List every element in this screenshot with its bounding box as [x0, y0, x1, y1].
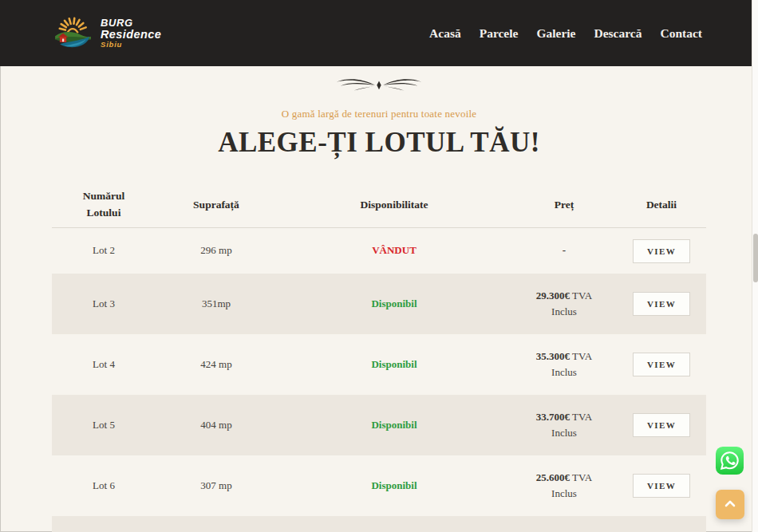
lot-cell: Lot 5 — [52, 417, 156, 433]
nav-item-acasa[interactable]: Acasă — [429, 26, 461, 41]
view-button[interactable]: VIEW — [633, 353, 690, 376]
area-cell: 296 mp — [156, 242, 277, 258]
brand-name-top: BURG — [101, 18, 161, 29]
chevron-up-icon — [723, 499, 737, 510]
price-cell: 29.300€ TVA Inclus — [511, 288, 617, 320]
status-cell: Disponibil — [277, 417, 511, 433]
table-row: Lot 6 307 mp Disponibil 25.600€ TVA Incl… — [52, 455, 706, 516]
section-tagline: O gamă largă de terenuri pentru toate ne… — [0, 108, 758, 120]
logo-icon — [53, 14, 93, 53]
lot-cell: Lot 6 — [52, 478, 156, 494]
area-cell: 351mp — [156, 296, 277, 312]
status-cell: Disponibil — [277, 296, 511, 312]
price-cell: 25.600€ TVA Inclus — [511, 470, 617, 502]
col-header-area: Suprafață — [156, 199, 277, 211]
price-cell: 35.300€ TVA Inclus — [511, 349, 617, 380]
page-title: ALEGE-ȚI LOTUL TĂU! — [0, 127, 758, 159]
status-cell: VÂNDUT — [277, 242, 511, 258]
table-row: Lot 2 296 mp VÂNDUT - VIEW — [52, 228, 706, 274]
price-cell: 33.700€ TVA Inclus — [511, 409, 617, 441]
status-cell: Disponibil — [277, 478, 511, 494]
view-button[interactable]: VIEW — [633, 239, 690, 263]
price-cell: - — [511, 242, 617, 258]
nav-item-contact[interactable]: Contact — [660, 26, 702, 41]
lots-table: Numărul Lotului Suprafață Disponibilitat… — [52, 182, 706, 532]
brand-logo[interactable]: BURG Residence Sibiu — [53, 14, 161, 53]
table-row: Lot 3 351mp Disponibil 29.300€ TVA Inclu… — [52, 274, 706, 334]
lot-cell: Lot 2 — [52, 242, 156, 258]
nav-item-galerie[interactable]: Galerie — [536, 26, 575, 41]
nav-item-parcele[interactable]: Parcele — [480, 26, 519, 41]
table-row: Lot 5 404 mp Disponibil 33.700€ TVA Incl… — [52, 395, 706, 455]
whatsapp-button[interactable] — [716, 447, 744, 475]
table-row: Lot 4 424 mp Disponibil 35.300€ TVA Incl… — [52, 334, 706, 395]
status-cell: Disponibil — [277, 357, 511, 372]
brand-city: Sibiu — [101, 41, 161, 49]
webpage: BURG Residence Sibiu Acasă Parcele Galer… — [0, 0, 758, 532]
area-cell: 424 mp — [156, 357, 277, 372]
view-button[interactable]: VIEW — [633, 413, 690, 437]
view-button[interactable]: VIEW — [633, 292, 690, 316]
scroll-to-top-button[interactable] — [716, 490, 744, 519]
lot-cell: Lot 4 — [52, 357, 156, 372]
main-nav: Acasă Parcele Galerie Descarcă Contact — [429, 26, 702, 41]
col-header-lot: Numărul Lotului — [52, 188, 156, 221]
scrollbar-thumb[interactable] — [753, 234, 758, 282]
brand-name-bottom: Residence — [101, 29, 161, 41]
col-header-details: Detalii — [617, 199, 706, 211]
lot-cell: Lot 3 — [52, 296, 156, 312]
area-cell: 404 mp — [156, 417, 277, 433]
table-row-partial — [52, 516, 706, 532]
scrollbar — [752, 0, 758, 532]
col-header-availability: Disponibilitate — [277, 199, 511, 211]
view-button[interactable]: VIEW — [633, 474, 690, 498]
col-header-price: Preț — [511, 199, 617, 211]
area-cell: 307 mp — [156, 478, 277, 494]
site-header: BURG Residence Sibiu Acasă Parcele Galer… — [0, 0, 758, 66]
brand-name: BURG Residence Sibiu — [101, 18, 161, 49]
main-content: O gamă largă de terenuri pentru toate ne… — [0, 77, 758, 532]
nav-item-descarca[interactable]: Descarcă — [594, 26, 642, 41]
table-header-row: Numărul Lotului Suprafață Disponibilitat… — [52, 182, 706, 228]
wings-ornament-icon — [0, 77, 758, 96]
